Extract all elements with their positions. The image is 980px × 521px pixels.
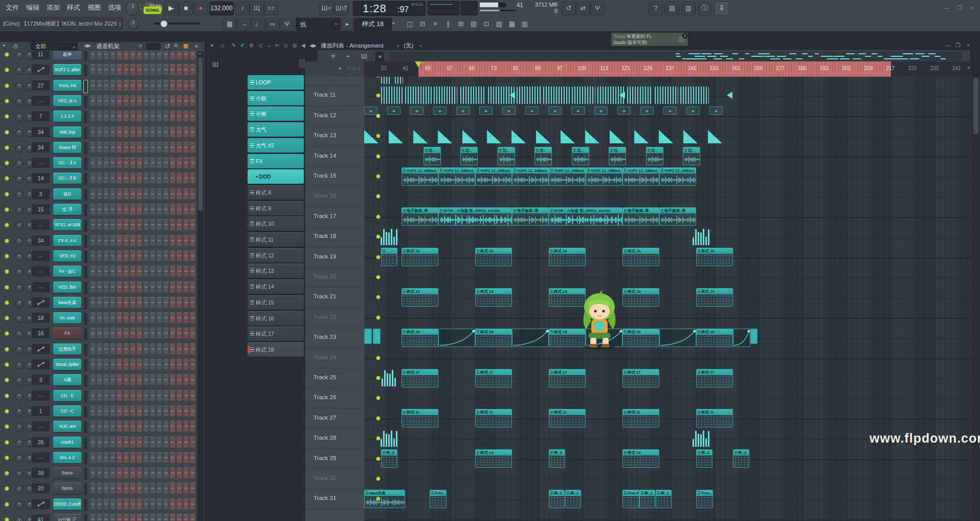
panel-toggle-icon-6[interactable]: ⊡ bbox=[481, 20, 492, 28]
channel-pan-knob[interactable] bbox=[15, 454, 24, 463]
channel-pan-knob[interactable] bbox=[15, 284, 24, 292]
step-cell[interactable] bbox=[137, 467, 142, 479]
step-cell[interactable] bbox=[150, 266, 155, 277]
clip-arr[interactable]: » bbox=[364, 106, 377, 115]
channel-mute-led[interactable] bbox=[5, 441, 9, 444]
step-cell[interactable] bbox=[150, 157, 155, 169]
step-led-strip[interactable] bbox=[83, 95, 88, 108]
channel-button[interactable]: CD - C bbox=[53, 405, 81, 417]
step-cell[interactable] bbox=[176, 498, 182, 510]
step-cell[interactable] bbox=[150, 483, 155, 494]
track-header[interactable]: ···Track 25 bbox=[305, 368, 364, 388]
channel-mute-led[interactable] bbox=[5, 99, 9, 103]
step-cell[interactable] bbox=[176, 483, 182, 494]
step-cell[interactable] bbox=[190, 188, 195, 200]
step-cell[interactable] bbox=[117, 281, 122, 293]
step-cell[interactable] bbox=[137, 157, 142, 169]
step-cell[interactable] bbox=[130, 157, 136, 169]
step-cell[interactable] bbox=[170, 467, 175, 479]
channel-button[interactable]: yy分解 正 bbox=[53, 514, 81, 521]
step-cell[interactable] bbox=[130, 405, 136, 417]
playlist-tool-icon-6[interactable]: ◇ bbox=[284, 42, 288, 48]
step-cell[interactable] bbox=[190, 498, 195, 510]
step-cell[interactable] bbox=[123, 51, 129, 60]
step-cell[interactable] bbox=[176, 281, 182, 293]
pattern-item[interactable]: • DDD bbox=[248, 169, 304, 184]
step-cell[interactable] bbox=[163, 281, 169, 293]
step-cell[interactable] bbox=[123, 514, 129, 521]
save-as-icon[interactable]: ▥ bbox=[681, 2, 696, 15]
step-cell[interactable] bbox=[110, 281, 116, 293]
track-header[interactable]: ···Track 21 bbox=[305, 287, 364, 308]
step-cell[interactable] bbox=[110, 64, 116, 76]
step-cell[interactable] bbox=[183, 250, 189, 262]
step-cell[interactable] bbox=[176, 188, 182, 200]
step-cell[interactable] bbox=[176, 64, 182, 76]
step-cell[interactable] bbox=[117, 312, 122, 324]
step-cell[interactable] bbox=[150, 390, 155, 402]
panel-toggle-icon-3[interactable]: ∥ bbox=[442, 20, 454, 28]
tempo-display[interactable]: 132.000 bbox=[209, 2, 234, 15]
step-cell[interactable] bbox=[90, 142, 96, 154]
step-cell[interactable] bbox=[137, 126, 142, 138]
swing-knob[interactable] bbox=[137, 43, 144, 50]
step-cell[interactable] bbox=[157, 266, 162, 277]
pattern-tab-icon[interactable]: Ш bbox=[361, 52, 367, 60]
clip-pat[interactable]: 样式 10 bbox=[402, 248, 438, 266]
step-cell[interactable] bbox=[117, 157, 122, 169]
track-led[interactable] bbox=[375, 416, 381, 421]
step-cell[interactable] bbox=[90, 452, 96, 464]
mixer-target-box[interactable]: 11 bbox=[32, 51, 50, 59]
step-cell[interactable] bbox=[163, 359, 169, 371]
channel-button[interactable]: GC -..ll B bbox=[53, 172, 81, 184]
rack-menu-arrow-icon[interactable]: ▸ bbox=[3, 42, 6, 48]
step-cell[interactable] bbox=[130, 126, 136, 138]
track-header[interactable]: ···Track 16 bbox=[305, 186, 364, 207]
clip-tri[interactable] bbox=[585, 129, 600, 147]
step-cell[interactable] bbox=[150, 111, 155, 122]
track-header[interactable]: ···Track 11 bbox=[305, 85, 364, 106]
mixer-target-box[interactable]: 14 bbox=[32, 173, 50, 183]
step-cell[interactable] bbox=[117, 142, 122, 154]
step-cell[interactable] bbox=[190, 359, 195, 371]
step-cell[interactable] bbox=[97, 374, 102, 386]
channel-pan-knob[interactable] bbox=[15, 129, 24, 137]
step-led-strip[interactable] bbox=[83, 235, 88, 248]
step-cell[interactable] bbox=[157, 390, 162, 402]
channel-pan-knob[interactable] bbox=[15, 299, 24, 308]
playlist-vscrollbar[interactable] bbox=[972, 77, 980, 521]
step-cell[interactable] bbox=[157, 498, 162, 510]
step-cell[interactable] bbox=[157, 142, 162, 154]
clip-arr[interactable]: » bbox=[663, 106, 677, 115]
clip-pat[interactable]: 样式 11 bbox=[402, 409, 438, 427]
step-cell[interactable] bbox=[110, 452, 116, 464]
step-cell[interactable] bbox=[163, 390, 169, 402]
step-cell[interactable] bbox=[190, 51, 195, 60]
step-cell[interactable] bbox=[90, 297, 96, 309]
mixer-target-box[interactable] bbox=[32, 499, 50, 509]
step-cell[interactable] bbox=[123, 172, 129, 184]
playlist-menu-arrow-icon[interactable]: ▸ bbox=[211, 42, 214, 48]
step-cell[interactable] bbox=[130, 437, 136, 448]
step-cell[interactable] bbox=[103, 328, 109, 339]
step-cell[interactable] bbox=[163, 437, 169, 448]
step-cell[interactable] bbox=[130, 359, 136, 371]
step-cell[interactable] bbox=[157, 297, 162, 309]
channel-pan-knob[interactable] bbox=[15, 470, 24, 478]
clip-chop[interactable] bbox=[460, 86, 486, 104]
clip-pat[interactable]: 样式 17 bbox=[622, 369, 659, 387]
step-cell[interactable] bbox=[97, 297, 102, 309]
menu-item-0[interactable]: 文件 bbox=[2, 0, 23, 15]
step-cell[interactable] bbox=[130, 235, 136, 247]
ruler-collapse-icon[interactable]: ∧ bbox=[967, 65, 970, 70]
step-cell[interactable] bbox=[90, 204, 96, 215]
step-cell[interactable] bbox=[97, 80, 102, 92]
clip-arr[interactable]: » bbox=[571, 106, 585, 115]
step-cell[interactable] bbox=[190, 142, 195, 154]
channel-mute-led[interactable] bbox=[5, 161, 9, 165]
add-marker-icon[interactable]: + bbox=[338, 65, 342, 72]
step-cell[interactable] bbox=[97, 95, 102, 107]
step-cell[interactable] bbox=[170, 359, 175, 371]
input-icon-4[interactable]: Ψ bbox=[280, 18, 294, 31]
mixer-target-box[interactable]: 1 bbox=[32, 406, 50, 416]
